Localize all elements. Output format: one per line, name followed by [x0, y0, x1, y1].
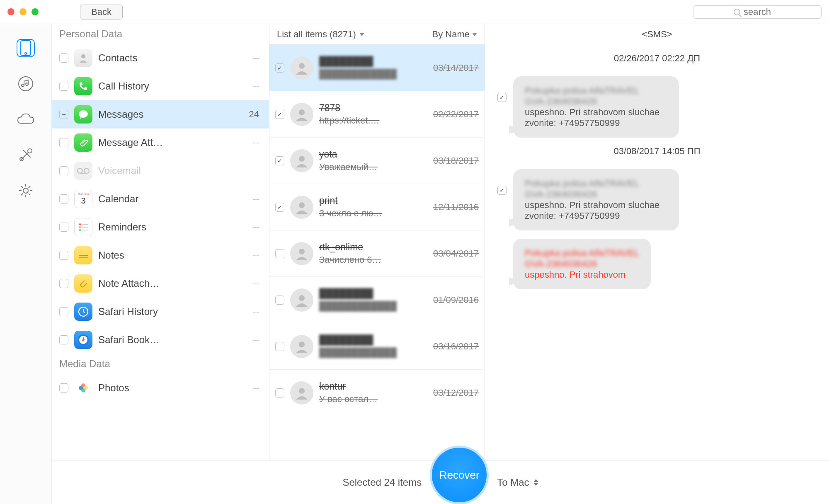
search-field[interactable] — [693, 5, 822, 19]
avatar — [290, 149, 313, 172]
svg-point-31 — [299, 295, 305, 301]
iconbar-settings[interactable] — [17, 182, 35, 200]
checkbox[interactable] — [59, 335, 68, 344]
checkbox-partial[interactable]: – — [59, 110, 68, 119]
minimize-window-icon[interactable] — [19, 8, 27, 15]
voicemail-icon — [74, 162, 92, 180]
category-calendar[interactable]: Sunday3 Calendar -- — [52, 185, 269, 213]
category-count: -- — [253, 278, 259, 289]
checkbox[interactable] — [59, 279, 68, 288]
category-header-personal: Personal Data — [52, 24, 269, 44]
category-count: 24 — [249, 109, 259, 120]
checkbox[interactable]: ✓ — [275, 63, 284, 73]
checkbox[interactable] — [59, 138, 68, 147]
message-bubble: Pokupka polisa AlfaTRAVEL GVA-2364036426… — [513, 169, 679, 230]
message-row[interactable]: ████████ ████████████ 01/09/2016 — [269, 277, 485, 323]
category-safari-history[interactable]: Safari History -- — [52, 298, 269, 326]
checkbox[interactable]: ✓ — [275, 203, 284, 212]
message-row[interactable]: ✓ print 3 чехла с лю… 12/11/2016 — [269, 184, 485, 230]
category-reminders[interactable]: Reminders -- — [52, 213, 269, 241]
category-call-history[interactable]: Call History -- — [52, 72, 269, 100]
iconbar-media[interactable] — [17, 75, 35, 93]
filter-label: List all items (8271) — [277, 29, 356, 40]
destination-selector[interactable]: To Mac — [497, 477, 538, 488]
message-row[interactable]: rtk_onlime Зачислено 6… 03/04/2017 — [269, 230, 485, 277]
message-title: rtk_onlime — [319, 242, 427, 253]
chevron-down-icon — [472, 33, 477, 36]
close-window-icon[interactable] — [7, 8, 15, 15]
checkbox[interactable] — [59, 194, 68, 204]
message-text: uspeshno. Pri strahovom sluchae zvonite:… — [525, 107, 667, 128]
filter-dropdown[interactable]: List all items (8271) — [277, 29, 432, 40]
reminders-icon — [74, 218, 92, 236]
message-row[interactable]: kontur У вас остал… 03/12/2017 — [269, 370, 485, 416]
category-note-attachments[interactable]: Note Attach… -- — [52, 269, 269, 298]
checkbox[interactable] — [59, 223, 68, 232]
checkbox[interactable]: ✓ — [497, 186, 507, 195]
stepper-icon — [533, 479, 538, 486]
message-date: 01/09/2016 — [433, 295, 479, 305]
svg-point-30 — [299, 249, 305, 254]
message-preview: У вас остал… — [319, 394, 427, 405]
category-safari-bookmarks[interactable]: Safari Book… -- — [52, 326, 269, 354]
calendar-icon: Sunday3 — [74, 190, 92, 208]
category-photos[interactable]: Photos -- — [52, 374, 269, 402]
avatar — [290, 56, 313, 80]
checkbox[interactable] — [275, 296, 284, 305]
svg-point-5 — [23, 188, 28, 193]
category-label: Notes — [98, 250, 247, 261]
recover-button[interactable]: Recover — [430, 446, 489, 504]
category-label: Photos — [98, 382, 247, 394]
checkbox[interactable] — [59, 383, 68, 393]
category-notes[interactable]: Notes -- — [52, 241, 269, 269]
message-date: 02/22/2017 — [433, 109, 479, 120]
message-bubble: Pokupka polisa AlfaTRAVEL GVA-2364036426… — [513, 239, 651, 289]
message-preview: ████████████ — [319, 347, 427, 358]
checkbox[interactable] — [59, 53, 68, 63]
destination-label: To Mac — [497, 477, 529, 488]
sort-dropdown[interactable]: By Name — [432, 29, 477, 40]
svg-point-12 — [79, 226, 81, 228]
blurred-line: Pokupka polisa AlfaTRAVEL — [525, 248, 639, 259]
checkbox[interactable]: ✓ — [497, 93, 507, 102]
checkbox[interactable] — [59, 307, 68, 316]
message-bubble: Pokupka polisa AlfaTRAVEL GVA-2364036426… — [513, 76, 679, 138]
svg-point-8 — [78, 168, 82, 173]
category-count: -- — [253, 383, 259, 393]
zoom-window-icon[interactable] — [32, 8, 39, 15]
search-input[interactable] — [744, 7, 781, 17]
checkbox[interactable] — [275, 388, 284, 397]
svg-point-33 — [299, 388, 305, 394]
message-preview: https://ticket.… — [319, 115, 427, 126]
phone-icon — [74, 77, 92, 95]
message-row[interactable]: ████████ ████████████ 03/16/2017 — [269, 323, 485, 370]
iconbar-cloud[interactable] — [17, 110, 35, 128]
checkbox[interactable] — [59, 82, 68, 91]
category-contacts[interactable]: Contacts -- — [52, 44, 269, 72]
checkbox[interactable] — [275, 249, 284, 258]
message-row[interactable]: ✓ yota Уважаемый… 03/18/2017 — [269, 138, 485, 184]
category-message-attachments[interactable]: Message Att… -- — [52, 128, 269, 157]
back-button[interactable]: Back — [80, 5, 123, 19]
message-date: 03/12/2017 — [433, 388, 479, 398]
checkbox[interactable] — [59, 251, 68, 260]
selected-count: Selected 24 items — [342, 477, 422, 488]
checkbox[interactable] — [275, 342, 284, 351]
category-label: Safari Book… — [98, 334, 247, 346]
detail-body: 02/26/2017 02:22 ДП ✓ Pokupka polisa Alf… — [485, 45, 829, 504]
sort-label: By Name — [432, 29, 470, 40]
message-row[interactable]: ✓ ████████ ████████████ 03/14/2017 — [269, 45, 485, 91]
avatar — [290, 242, 313, 265]
category-label: Message Att… — [98, 137, 247, 148]
iconbar-tools[interactable] — [17, 146, 35, 164]
checkbox[interactable]: ✓ — [275, 110, 284, 119]
messages-icon — [74, 105, 92, 124]
category-messages[interactable]: – Messages 24 — [52, 100, 269, 128]
category-label: Calendar — [98, 193, 247, 205]
category-label: Call History — [98, 80, 247, 92]
category-count: -- — [253, 194, 259, 204]
iconbar-device[interactable] — [17, 39, 35, 57]
message-row[interactable]: ✓ 7878 https://ticket.… 02/22/2017 — [269, 91, 485, 138]
category-count: -- — [253, 250, 259, 261]
checkbox[interactable]: ✓ — [275, 156, 284, 165]
